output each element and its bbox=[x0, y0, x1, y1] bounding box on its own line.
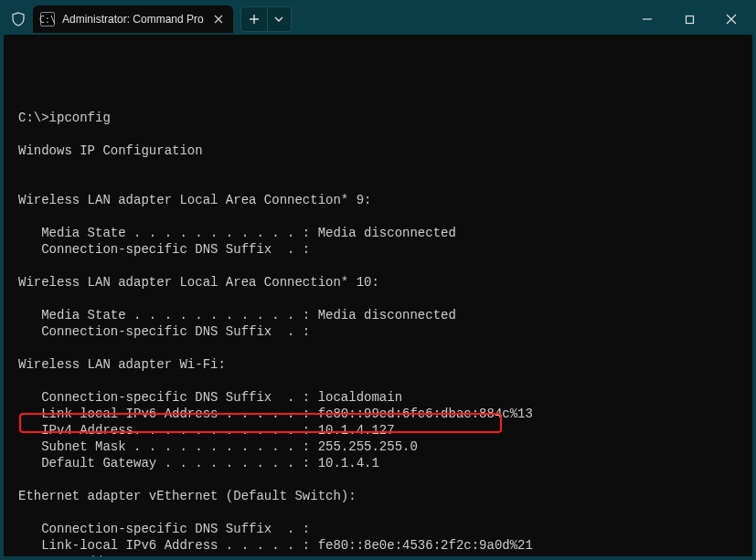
minimize-button[interactable] bbox=[626, 4, 668, 35]
new-tab-button[interactable] bbox=[240, 6, 268, 32]
terminal-window: C:\ Administrator: Command Pro C:\>ipcon… bbox=[4, 4, 752, 556]
maximize-button[interactable] bbox=[668, 4, 710, 35]
close-tab-icon[interactable] bbox=[211, 12, 226, 26]
cmd-icon: C:\ bbox=[40, 12, 55, 26]
shield-icon bbox=[9, 10, 27, 28]
close-window-button[interactable] bbox=[710, 4, 752, 35]
active-tab[interactable]: C:\ Administrator: Command Pro bbox=[33, 5, 233, 33]
tab-title: Administrator: Command Pro bbox=[62, 13, 204, 26]
tab-dropdown-button[interactable] bbox=[268, 6, 292, 32]
terminal-text: C:\>ipconfig Windows IP Configuration Wi… bbox=[18, 93, 738, 556]
title-bar[interactable]: C:\ Administrator: Command Pro bbox=[4, 4, 752, 35]
terminal-output[interactable]: C:\>ipconfig Windows IP Configuration Wi… bbox=[4, 35, 752, 556]
svg-rect-0 bbox=[686, 16, 693, 23]
